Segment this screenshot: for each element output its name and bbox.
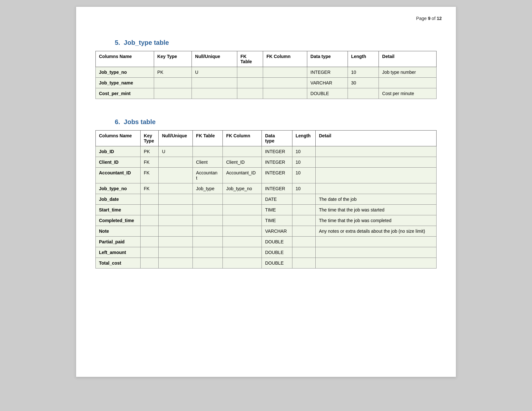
col-data-type: INTEGER	[262, 146, 292, 157]
col-data-type: VARCHAR	[262, 226, 292, 237]
col-detail: Cost per minute	[379, 88, 437, 99]
table-row: Client_ID FK Client Client_ID INTEGER 10	[96, 157, 437, 168]
col-name: Partial_paid	[96, 237, 141, 247]
col-fk-table	[193, 215, 223, 226]
table-row: Partial_paid DOUBLE	[96, 237, 437, 247]
col-fk-table	[193, 194, 223, 205]
col-data-type: INTEGER	[262, 168, 292, 183]
col-fk-table	[237, 67, 263, 78]
col-name: Job_type_no	[96, 183, 141, 194]
header-key-type: Key Type	[154, 51, 192, 67]
col-key-type	[141, 258, 159, 269]
header-detail: Detail	[316, 131, 437, 146]
col-null-unique	[159, 194, 193, 205]
col-fk-table: Accountant	[193, 168, 223, 183]
col-fk-table	[193, 146, 223, 157]
col-data-type: DOUBLE	[307, 88, 348, 99]
col-fk-column	[223, 226, 262, 237]
col-null-unique	[192, 88, 237, 99]
col-data-type: DATE	[262, 194, 292, 205]
col-fk-column	[263, 67, 307, 78]
col-fk-column: Accountant_ID	[223, 168, 262, 183]
col-detail: The date of the job	[316, 194, 437, 205]
col-null-unique	[159, 205, 193, 215]
col-name: Total_cost	[96, 258, 141, 269]
table-row: Job_type_no FK Job_type Job_type_no INTE…	[96, 183, 437, 194]
col-length: 30	[348, 78, 379, 88]
table-row: Job_type_no PK U INTEGER 10 Job type num…	[96, 67, 437, 78]
page-number: Page 9 of 12	[416, 16, 442, 21]
section-job-type: 5. Job_type table Columns Name Key Type …	[95, 39, 437, 99]
col-detail	[316, 146, 437, 157]
col-length: 10	[292, 183, 315, 194]
col-null-unique	[192, 78, 237, 88]
section-jobs: 6. Jobs table Columns Name KeyType Null/…	[95, 118, 437, 269]
col-fk-table	[193, 226, 223, 237]
col-null-unique	[159, 183, 193, 194]
job-type-table: Columns Name Key Type Null/Unique FKTabl…	[95, 51, 437, 99]
col-data-type: DOUBLE	[262, 258, 292, 269]
col-length: 10	[348, 67, 379, 78]
col-fk-column	[263, 88, 307, 99]
jobs-table: Columns Name KeyType Null/Unique FK Tabl…	[95, 130, 437, 269]
section-title-job-type: 5. Job_type table	[115, 39, 437, 46]
header-data-type: Datatype	[262, 131, 292, 146]
col-detail	[316, 183, 437, 194]
col-data-type: TIME	[262, 205, 292, 215]
col-key-type: PK	[154, 67, 192, 78]
col-key-type: FK	[141, 183, 159, 194]
col-name: Note	[96, 226, 141, 237]
col-name: Job_type_no	[96, 67, 154, 78]
col-fk-column	[263, 78, 307, 88]
col-key-type: PK	[141, 146, 159, 157]
col-data-type: VARCHAR	[307, 78, 348, 88]
col-fk-column: Job_type_no	[223, 183, 262, 194]
col-name: Accountant_ID	[96, 168, 141, 183]
col-null-unique: U	[159, 146, 193, 157]
col-length	[292, 215, 315, 226]
col-length	[292, 237, 315, 247]
col-detail	[316, 168, 437, 183]
col-name: Job_date	[96, 194, 141, 205]
col-fk-table	[193, 237, 223, 247]
col-name: Start_time	[96, 205, 141, 215]
col-null-unique	[159, 157, 193, 168]
col-length	[292, 194, 315, 205]
col-fk-table: Client	[193, 157, 223, 168]
col-key-type	[154, 78, 192, 88]
col-detail	[379, 78, 437, 88]
col-key-type	[141, 194, 159, 205]
col-name: Client_ID	[96, 157, 141, 168]
col-data-type: INTEGER	[262, 157, 292, 168]
col-data-type: INTEGER	[262, 183, 292, 194]
col-data-type: DOUBLE	[262, 247, 292, 258]
table-row: Left_amount DOUBLE	[96, 247, 437, 258]
col-name: Job_type_name	[96, 78, 154, 88]
col-fk-column	[223, 258, 262, 269]
col-fk-table	[193, 205, 223, 215]
col-data-type: TIME	[262, 215, 292, 226]
col-name: Completed_time	[96, 215, 141, 226]
col-name: Job_ID	[96, 146, 141, 157]
header-length: Length	[292, 131, 315, 146]
col-length	[348, 88, 379, 99]
col-null-unique	[159, 215, 193, 226]
table-row: Accountant_ID FK Accountant Accountant_I…	[96, 168, 437, 183]
col-length: 10	[292, 146, 315, 157]
col-detail	[316, 247, 437, 258]
col-key-type	[141, 247, 159, 258]
table-row: Cost_per_mint DOUBLE Cost per minute	[96, 88, 437, 99]
col-key-type	[141, 226, 159, 237]
header-null-unique: Null/Unique	[192, 51, 237, 67]
table-row: Job_ID PK U INTEGER 10	[96, 146, 437, 157]
col-detail: Any notes or extra details about the job…	[316, 226, 437, 237]
col-fk-column	[223, 205, 262, 215]
col-fk-column: Client_ID	[223, 157, 262, 168]
header-null-unique: Null/Unique	[159, 131, 193, 146]
col-null-unique	[159, 237, 193, 247]
header-detail: Detail	[379, 51, 437, 67]
col-length	[292, 226, 315, 237]
col-name: Cost_per_mint	[96, 88, 154, 99]
col-name: Left_amount	[96, 247, 141, 258]
header-fk-table: FKTable	[237, 51, 263, 67]
